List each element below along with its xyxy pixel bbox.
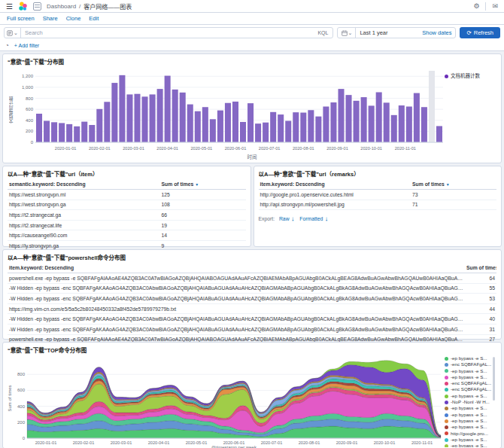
bar[interactable] [308, 110, 314, 142]
bar[interactable] [119, 75, 125, 142]
add-filter-button[interactable]: + Add filter [14, 43, 39, 48]
table-cell-url[interactable]: https://west.strongvpn.ml [8, 190, 160, 200]
bar[interactable] [346, 95, 352, 142]
bar[interactable] [376, 93, 382, 143]
legend-item[interactable]: -ep bypass -e S... [445, 355, 495, 361]
table-cell-url[interactable]: https://causeangel90.com [8, 230, 160, 241]
bar[interactable] [232, 102, 238, 142]
legend-item[interactable]: -ep bypass -e S... [445, 437, 495, 443]
bar[interactable] [399, 105, 405, 142]
bar[interactable] [89, 125, 95, 142]
bar-chart[interactable]: 02004006008001,0001,2002020-01-012020-02… [14, 67, 445, 153]
saved-query-menu-button[interactable]: ⌄ [5, 28, 21, 38]
bar[interactable] [421, 107, 427, 142]
menu-item[interactable]: Share [43, 15, 58, 22]
bar[interactable] [263, 123, 269, 142]
bar[interactable] [180, 93, 186, 142]
bar[interactable] [142, 96, 148, 142]
legend-item[interactable]: -ep bypass -e S... [445, 374, 495, 380]
legend-item[interactable]: -ep bypass -e S... [445, 405, 495, 411]
breadcrumb-dashboard-link[interactable]: Dashboard [47, 3, 76, 10]
bar-legend[interactable]: 文档机器计数 [445, 67, 491, 153]
bar[interactable] [172, 90, 178, 142]
bar[interactable] [315, 117, 321, 142]
legend-item[interactable]: -enc SQBFAFgAL... [445, 380, 495, 386]
legend-item[interactable]: -ep bypass -e S... [445, 418, 495, 424]
bar[interactable] [285, 121, 291, 143]
table-cell-command[interactable]: powershell.exe -ep bypass -e SQBFAFgAIAA… [8, 273, 465, 284]
bar[interactable] [210, 119, 216, 142]
bar[interactable] [240, 122, 246, 142]
bar[interactable] [134, 94, 140, 142]
column-header-value[interactable]: Sum of times ▼ [411, 179, 496, 190]
column-header-value[interactable]: Sum of times ▼ [465, 263, 496, 273]
menu-item[interactable]: Clone [66, 15, 81, 22]
bar[interactable] [300, 113, 306, 142]
legend-item[interactable]: -ep bypass -e S... [445, 424, 495, 430]
table-cell-url[interactable]: http://api.strongvpn.ml/powershell.jpg [259, 200, 411, 210]
bar[interactable] [330, 102, 336, 142]
bar[interactable] [414, 93, 420, 142]
table-cell-command[interactable]: -W Hidden -ep bypass -enc SQBFAFgAKAAoAG… [8, 314, 465, 325]
bar[interactable] [255, 123, 261, 142]
table-cell-command[interactable]: https://img.vim-cn.com/e5/5a5c2b80248450… [8, 303, 465, 314]
bar[interactable] [247, 103, 254, 142]
bar[interactable] [361, 97, 367, 142]
bar[interactable] [270, 112, 276, 142]
column-header-key[interactable]: item.keyword: Descending [259, 179, 411, 190]
bar[interactable] [150, 94, 156, 142]
bar[interactable] [278, 114, 284, 142]
column-header-key[interactable]: item.keyword: Descending [8, 263, 465, 273]
bar[interactable] [195, 111, 201, 142]
bar[interactable] [74, 126, 80, 142]
legend-item[interactable]: -ep bypass -e S... [445, 393, 495, 399]
table-cell-url[interactable]: https://west.strongvpn.ga [8, 200, 160, 210]
bar[interactable] [406, 107, 412, 143]
table-cell-command[interactable]: -W Hidden -ep bypass -enc SQBFAFgAKAAoAG… [8, 283, 465, 294]
bar[interactable] [217, 111, 223, 142]
legend-item[interactable]: http://google.pro... [445, 431, 495, 437]
bar[interactable] [81, 122, 87, 142]
bar[interactable] [338, 89, 344, 142]
bar[interactable] [157, 89, 163, 142]
bar[interactable] [126, 94, 132, 142]
table-cell-url[interactable]: http://google.pro1.openservice.cutes.htm… [259, 190, 411, 200]
bar[interactable] [225, 103, 231, 142]
export-formatted-link[interactable]: Formatted ⭳ [299, 216, 329, 221]
menu-item[interactable]: Edit [89, 15, 99, 22]
calendar-menu-button[interactable]: ⌄ [338, 28, 356, 38]
bar[interactable] [51, 122, 57, 142]
table-cell-command[interactable]: -W Hidden -ep bypass -enc SQBFAFgAKAAoAG… [8, 294, 465, 304]
export-raw-link[interactable]: Raw ⭳ [279, 216, 296, 221]
legend-item[interactable]: -NoP -NonI -W H... [445, 399, 495, 405]
bar[interactable] [436, 126, 442, 142]
bar[interactable] [384, 102, 390, 142]
table-cell-url[interactable]: https://t2.strangecat.ga [8, 210, 160, 221]
legend-item[interactable]: -ep bypass -e S... [445, 368, 495, 374]
hamburger-menu-icon[interactable]: ☰ [6, 2, 13, 11]
kql-button[interactable]: KQL [313, 30, 332, 35]
bar[interactable] [354, 101, 360, 142]
legend-item[interactable]: -ep bypass -e S... [445, 412, 495, 418]
bar[interactable] [59, 123, 65, 142]
bar[interactable] [66, 124, 72, 142]
time-range-value[interactable]: Last 1 year [356, 29, 418, 36]
bar[interactable] [36, 114, 42, 142]
bar[interactable] [44, 121, 50, 143]
column-header-key[interactable]: semantic.keyword: Descending [8, 179, 160, 190]
refresh-button[interactable]: ⟳ Refresh [460, 27, 500, 38]
bar[interactable] [391, 115, 397, 142]
legend-scrollbar[interactable] [493, 357, 495, 401]
table-cell-command[interactable]: -W Hidden -ep bypass -enc SQBFAFgAKAAoAG… [8, 324, 465, 334]
legend-item[interactable]: -enc SQBFAFgAL... [445, 361, 495, 367]
bar[interactable] [369, 105, 375, 142]
bar[interactable] [111, 83, 117, 142]
bar[interactable] [187, 105, 193, 142]
show-dates-button[interactable]: Show dates [418, 29, 455, 36]
column-header-value[interactable]: Sum of times ▼ [160, 179, 246, 190]
bar[interactable] [323, 107, 329, 143]
bar[interactable] [104, 102, 110, 142]
bar[interactable] [293, 112, 299, 142]
envelope-icon[interactable]: ✉ [492, 2, 498, 10]
menu-item[interactable]: Full screen [7, 15, 35, 22]
